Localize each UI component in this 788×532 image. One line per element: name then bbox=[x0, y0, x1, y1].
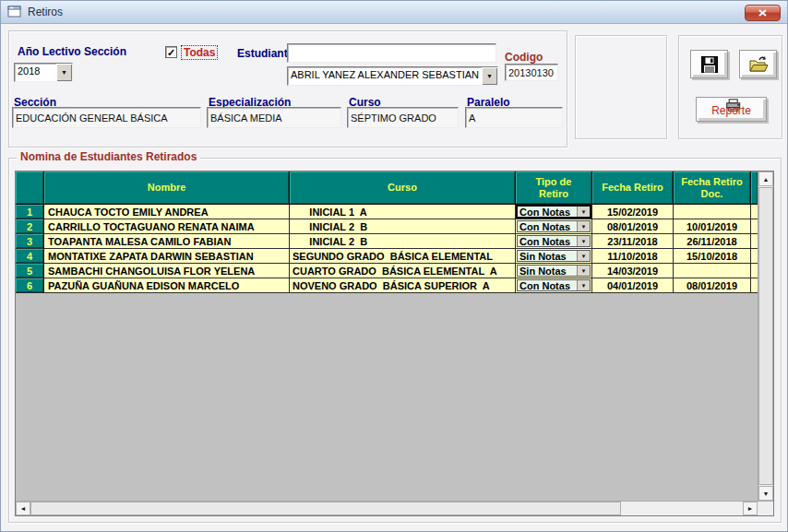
fecha-retiro-doc-cell[interactable]: 08/01/2019 bbox=[674, 278, 751, 293]
dropdown-arrow-icon[interactable]: ▼ bbox=[577, 236, 590, 246]
header-fecha-retiro[interactable]: Fecha Retiro bbox=[592, 171, 674, 205]
vertical-scrollbar-thumb[interactable] bbox=[758, 187, 773, 485]
codigo-field[interactable]: 20130130 bbox=[505, 64, 558, 81]
table-row[interactable]: 6 PAZUÑA GUAÑUNA EDISON MARCELO NOVENO G… bbox=[16, 278, 758, 293]
row-number-cell[interactable]: 3 bbox=[16, 234, 44, 249]
row-number-cell[interactable]: 1 bbox=[16, 205, 44, 219]
tipo-retiro-cell[interactable]: Con Notas ▼ bbox=[516, 219, 592, 234]
reporte-button[interactable]: Reporte bbox=[696, 97, 767, 122]
close-button[interactable] bbox=[745, 5, 781, 21]
tipo-retiro-dropdown[interactable]: Con Notas ▼ bbox=[517, 279, 591, 291]
anio-combo-dropdown-icon[interactable]: ▼ bbox=[56, 64, 72, 81]
scroll-down-icon[interactable]: ▼ bbox=[758, 486, 773, 501]
estudiante-combo[interactable]: ABRIL YANEZ ALEXANDER SEBASTIAN ▼ bbox=[287, 66, 498, 86]
tipo-retiro-dropdown[interactable]: Sin Notas ▼ bbox=[517, 265, 591, 277]
curso-cell[interactable]: NOVENO GRADO BÁSICA SUPERIOR A bbox=[290, 278, 516, 293]
curso-cell[interactable]: CUARTO GRADO BÁSICA ELEMENTAL A bbox=[290, 264, 516, 278]
header-rownum[interactable] bbox=[16, 171, 44, 205]
fecha-retiro-cell[interactable]: 11/10/2018 bbox=[592, 249, 674, 264]
header-fecha-retiro-doc[interactable]: Fecha Retiro Doc. bbox=[674, 171, 751, 205]
tipo-retiro-cell[interactable]: Con Notas ▼ bbox=[516, 278, 592, 293]
dropdown-arrow-icon[interactable]: ▼ bbox=[577, 280, 590, 290]
fecha-retiro-cell[interactable]: 23/11/2018 bbox=[592, 234, 674, 249]
vertical-scrollbar[interactable]: ▲ ▼ bbox=[758, 171, 773, 501]
horizontal-scrollbar-track[interactable] bbox=[621, 502, 743, 515]
fecha-retiro-doc-cell[interactable] bbox=[674, 205, 751, 219]
tipo-retiro-cell[interactable]: Con Notas ▼ bbox=[516, 205, 592, 219]
tipo-retiro-dropdown[interactable]: Con Notas ▼ bbox=[516, 205, 591, 219]
row-number-cell[interactable]: 4 bbox=[16, 249, 44, 264]
retirados-groupbox: Nomina de Estudiantes Retirados Nombre C… bbox=[8, 158, 782, 523]
close-icon bbox=[758, 9, 767, 17]
nombre-cell[interactable]: PAZUÑA GUAÑUNA EDISON MARCELO bbox=[44, 278, 290, 293]
header-fecha-doc-line2: Doc. bbox=[701, 188, 723, 200]
horizontal-scrollbar[interactable]: ◄ ► bbox=[16, 501, 773, 515]
tipo-retiro-cell[interactable]: Con Notas ▼ bbox=[516, 234, 592, 249]
save-button[interactable] bbox=[690, 50, 728, 78]
dropdown-arrow-icon[interactable]: ▼ bbox=[577, 251, 590, 261]
table-row[interactable]: 5 SAMBACHI CHANGOLUISA FLOR YELENA CUART… bbox=[16, 264, 758, 278]
estudiante-combo-dropdown-icon[interactable]: ▼ bbox=[482, 67, 497, 85]
title-bar[interactable]: Retiros bbox=[1, 1, 787, 24]
fecha-retiro-cell[interactable]: 08/01/2019 bbox=[592, 219, 674, 234]
scrollbar-corner bbox=[758, 502, 773, 515]
dropdown-arrow-icon[interactable]: ▼ bbox=[577, 207, 590, 217]
header-tipo-line1: Tipo de bbox=[536, 176, 572, 188]
nombre-cell[interactable]: MONTATIXE ZAPATA DARWIN SEBASTIAN bbox=[44, 249, 290, 264]
header-tipo-line2: Retiro bbox=[539, 188, 568, 200]
row-partial-cell bbox=[751, 249, 758, 264]
nombre-cell[interactable]: CHAUCA TOCTO EMILY ANDREA bbox=[44, 205, 290, 219]
paralelo-field[interactable]: A bbox=[465, 107, 563, 128]
seccion-field[interactable]: EDUCACIÓN GENERAL BÁSICA bbox=[12, 107, 201, 128]
curso-cell[interactable]: INICIAL 2 B bbox=[290, 219, 516, 234]
scroll-right-icon[interactable]: ► bbox=[743, 502, 758, 515]
tipo-retiro-dropdown[interactable]: Con Notas ▼ bbox=[517, 235, 591, 247]
curso-cell[interactable]: INICIAL 1 A bbox=[290, 205, 516, 219]
codigo-value: 20130130 bbox=[508, 67, 554, 78]
fecha-retiro-doc-cell[interactable]: 10/01/2019 bbox=[674, 219, 751, 234]
header-curso[interactable]: Curso bbox=[290, 171, 516, 205]
curso-field[interactable]: SÉPTIMO GRADO bbox=[347, 107, 459, 128]
table-row[interactable]: 3 TOAPANTA MALESA CAMILO FABIAN INICIAL … bbox=[16, 234, 758, 249]
tipo-retiro-dropdown[interactable]: Con Notas ▼ bbox=[517, 220, 591, 232]
table-row[interactable]: 2 CARRILLO TOCTAGUANO RENATA NAIMA INICI… bbox=[16, 219, 758, 234]
header-partial-column bbox=[751, 171, 758, 205]
fecha-retiro-doc-cell[interactable]: 15/10/2018 bbox=[674, 249, 751, 264]
fecha-retiro-doc-cell[interactable]: 26/11/2018 bbox=[674, 234, 751, 249]
curso-cell[interactable]: SEGUNDO GRADO BÁSICA ELEMENTAL bbox=[290, 249, 516, 264]
scroll-up-icon[interactable]: ▲ bbox=[758, 171, 773, 186]
open-button[interactable] bbox=[739, 50, 777, 78]
fecha-retiro-cell[interactable]: 14/03/2019 bbox=[592, 264, 674, 278]
row-number-cell[interactable]: 5 bbox=[16, 264, 44, 278]
especializacion-field[interactable]: BÁSICA MEDIA bbox=[207, 107, 341, 128]
fecha-retiro-cell[interactable]: 04/01/2019 bbox=[592, 278, 674, 293]
nombre-cell[interactable]: TOAPANTA MALESA CAMILO FABIAN bbox=[44, 234, 290, 249]
curso-cell[interactable]: INICIAL 2 B bbox=[290, 234, 516, 249]
fecha-retiro-doc-cell[interactable] bbox=[674, 264, 751, 278]
table-row[interactable]: 4 MONTATIXE ZAPATA DARWIN SEBASTIAN SEGU… bbox=[16, 249, 758, 264]
todas-checkbox[interactable]: ✓ bbox=[165, 46, 177, 58]
estudiante-label: Estudiante bbox=[237, 47, 293, 60]
dropdown-arrow-icon[interactable]: ▼ bbox=[577, 266, 590, 276]
dropdown-arrow-icon[interactable]: ▼ bbox=[577, 221, 590, 231]
groupbox-title: Nomina de Estudiantes Retirados bbox=[17, 150, 200, 163]
fecha-retiro-cell[interactable]: 15/02/2019 bbox=[592, 205, 674, 219]
header-nombre[interactable]: Nombre bbox=[44, 171, 290, 205]
header-tipo-retiro[interactable]: Tipo de Retiro bbox=[516, 171, 592, 205]
curso-value: SÉPTIMO GRADO bbox=[351, 112, 436, 124]
nombre-cell[interactable]: SAMBACHI CHANGOLUISA FLOR YELENA bbox=[44, 264, 290, 278]
tipo-retiro-cell[interactable]: Sin Notas ▼ bbox=[516, 264, 592, 278]
row-number-cell[interactable]: 2 bbox=[16, 219, 44, 234]
nombre-cell[interactable]: CARRILLO TOCTAGUANO RENATA NAIMA bbox=[44, 219, 290, 234]
row-number-cell[interactable]: 6 bbox=[16, 278, 44, 293]
filters-frame: Año Lectivo Sección ✓ Todas 2018 ▼ Estud… bbox=[8, 30, 567, 148]
estudiante-combo-value: ABRIL YANEZ ALEXANDER SEBASTIAN bbox=[288, 67, 482, 85]
horizontal-scrollbar-thumb[interactable] bbox=[30, 502, 621, 515]
tipo-retiro-dropdown[interactable]: Sin Notas ▼ bbox=[517, 250, 591, 262]
scroll-left-icon[interactable]: ◄ bbox=[16, 502, 30, 515]
table-row[interactable]: 1 CHAUCA TOCTO EMILY ANDREA INICIAL 1 A … bbox=[16, 205, 758, 219]
estudiante-search-input[interactable] bbox=[287, 43, 496, 63]
tipo-retiro-cell[interactable]: Sin Notas ▼ bbox=[516, 249, 592, 264]
anio-combo[interactable]: 2018 ▼ bbox=[14, 63, 73, 82]
anio-combo-value: 2018 bbox=[15, 64, 56, 81]
